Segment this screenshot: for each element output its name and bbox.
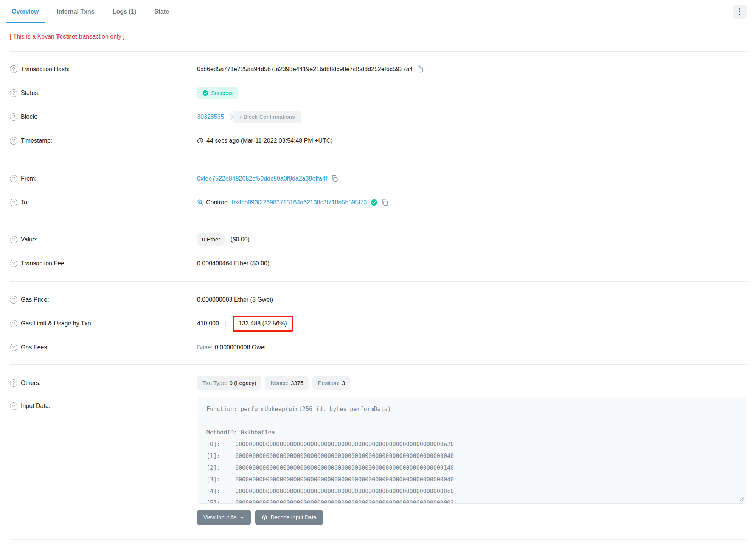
- input-data-textarea[interactable]: Function: performUpkeep(uint256 id, byte…: [197, 397, 747, 504]
- txn-type-value: 0 (Legacy): [230, 380, 256, 386]
- chevron-right-icon: [228, 113, 235, 121]
- help-icon[interactable]: [10, 89, 17, 97]
- help-icon[interactable]: [10, 175, 17, 182]
- tab-bar: Overview Internal Txns Logs (1) State: [3, 0, 756, 23]
- word-index: [2]:: [206, 462, 235, 474]
- help-icon[interactable]: [10, 344, 17, 351]
- block-label: Block:: [21, 114, 37, 120]
- input-methodid-line: MethodID: 0x7bbaf1ea: [206, 427, 737, 439]
- gas-price-label: Gas Price:: [21, 296, 49, 303]
- transaction-fee-value: 0.000400464 Ether ($0.00): [197, 260, 269, 267]
- word-value: 0000000000000000000000000000000000000000…: [235, 497, 454, 504]
- block-number-link[interactable]: 30328535: [197, 114, 224, 120]
- block-confirmations-badge: 7 Block Confirmations: [228, 111, 301, 123]
- chevron-down-icon: [240, 515, 244, 520]
- row-transaction-hash: Transaction Hash: 0x86ed5a771e725aa94d5b…: [10, 57, 747, 81]
- gas-usage-value-highlighted: 133,488 (32.56%): [233, 316, 293, 332]
- position-value: 3: [342, 380, 345, 386]
- input-function-line: Function: performUpkeep(uint256 id, byte…: [206, 403, 737, 415]
- tab-logs[interactable]: Logs (1): [107, 0, 142, 23]
- notice-bold: Testnet: [56, 33, 77, 40]
- transaction-hash-value: 0x86ed5a771e725aa94d5b7fa2398e4419e216d8…: [197, 66, 413, 73]
- tab-list: Overview Internal Txns Logs (1) State: [6, 0, 181, 23]
- copy-icon[interactable]: [416, 65, 424, 73]
- notice-suffix: transaction only ]: [77, 33, 124, 40]
- check-circle-icon: [202, 90, 208, 96]
- tab-state[interactable]: State: [148, 0, 175, 23]
- more-options-button[interactable]: [733, 5, 747, 19]
- to-label: To:: [21, 199, 29, 206]
- base-fee-value: 0.000000008 Gwei: [215, 344, 265, 351]
- copy-icon[interactable]: [331, 175, 338, 182]
- word-value: 0000000000000000000000000000000000000000…: [235, 474, 454, 486]
- word-value: 0000000000000000000000000000000000000000…: [235, 486, 454, 497]
- tab-overview[interactable]: Overview: [6, 0, 45, 23]
- txn-type-badge: Txn Type: 0 (Legacy): [197, 376, 261, 390]
- to-contract-word: Contract: [206, 199, 229, 206]
- verified-check-icon: [371, 199, 377, 206]
- gas-limit-value: 410,000: [197, 320, 219, 327]
- row-from: From: 0xfee7522e8482682cf50ddc50a0f8da2a…: [10, 167, 747, 190]
- transaction-fee-label: Transaction Fee:: [21, 260, 66, 267]
- status-badge: Success: [197, 87, 238, 99]
- nonce-value: 3375: [291, 380, 303, 386]
- copy-icon[interactable]: [381, 199, 388, 206]
- base-fee-label: Base:: [197, 344, 213, 351]
- help-icon[interactable]: [10, 379, 17, 387]
- status-label: Status:: [21, 90, 40, 97]
- help-icon[interactable]: [10, 320, 17, 327]
- word-index: [4]:: [206, 486, 235, 497]
- testnet-notice: [ This is a Kovan Testnet transaction on…: [10, 23, 747, 52]
- others-label: Others:: [21, 380, 40, 386]
- input-word: [2]: 00000000000000000000000000000000000…: [206, 462, 737, 474]
- timestamp-label: Timestamp:: [21, 137, 52, 144]
- word-index: [0]:: [206, 439, 235, 450]
- resize-handle-icon[interactable]: [740, 497, 745, 501]
- input-word: [3]: 00000000000000000000000000000000000…: [206, 474, 737, 486]
- input-data-actions: View Input As Decode Input Data: [197, 510, 747, 525]
- word-index: [1]:: [206, 450, 235, 462]
- row-block: Block: 30328535 7 Block Confirmations: [10, 105, 747, 129]
- row-others: Others: Txn Type: 0 (Legacy) Nonce: 3375: [10, 371, 747, 395]
- input-word: [4]: 00000000000000000000000000000000000…: [206, 486, 737, 497]
- row-gas-price: Gas Price: 0.000000003 Ether (3 Gwei): [10, 288, 747, 311]
- clock-icon: [197, 137, 203, 144]
- transaction-hash-label: Transaction Hash:: [21, 66, 70, 73]
- tab-internal-txns[interactable]: Internal Txns: [51, 0, 101, 23]
- usd-value: ($0.00): [230, 236, 250, 243]
- input-data-label: Input Data:: [21, 403, 50, 410]
- word-index: [5]:: [206, 497, 235, 504]
- help-icon[interactable]: [10, 65, 17, 73]
- decode-cube-icon: [262, 515, 267, 520]
- decode-input-data-button[interactable]: Decode Input Data: [255, 510, 323, 525]
- kebab-menu-icon: [739, 8, 740, 15]
- help-icon[interactable]: [10, 402, 17, 410]
- magnifier-plus-icon[interactable]: [197, 199, 203, 206]
- help-icon[interactable]: [10, 296, 17, 304]
- view-input-as-button[interactable]: View Input As: [197, 510, 251, 525]
- help-icon[interactable]: [10, 199, 17, 206]
- bottom-divider: [10, 539, 747, 540]
- row-input-data: Input Data: Function: performUpkeep(uint…: [10, 397, 747, 504]
- from-address-link[interactable]: 0xfee7522e8482682cf50ddc50a0f8da2a39effa…: [197, 175, 327, 182]
- word-value: 0000000000000000000000000000000000000000…: [235, 439, 454, 450]
- input-word: [0]: 00000000000000000000000000000000000…: [206, 439, 737, 450]
- decode-input-data-label: Decode Input Data: [271, 514, 317, 520]
- help-icon[interactable]: [10, 137, 17, 145]
- transaction-details-card: Overview Internal Txns Logs (1) State [ …: [3, 0, 756, 545]
- row-value: Value: 0 Ether ($0.00): [10, 227, 747, 251]
- row-to: To: Contract 0x4cb093f226983713164a62138…: [10, 190, 747, 214]
- value-label: Value:: [21, 236, 37, 243]
- help-icon[interactable]: [10, 113, 17, 121]
- input-word: [5]: 00000000000000000000000000000000000…: [206, 497, 737, 504]
- word-value: 0000000000000000000000000000000000000000…: [235, 450, 454, 462]
- txn-type-label: Txn Type:: [202, 380, 227, 386]
- nonce-badge: Nonce: 3375: [265, 376, 309, 390]
- to-address-link[interactable]: 0x4cb093f226983713164a62138c3f718a5b595f…: [231, 199, 367, 206]
- nonce-label: Nonce:: [270, 380, 289, 386]
- ether-value-pill: 0 Ether: [197, 233, 225, 246]
- row-timestamp: Timestamp: 44 secs ago (Mar-11-2022 03:5…: [10, 129, 747, 153]
- input-word: [1]: 00000000000000000000000000000000000…: [206, 450, 737, 462]
- help-icon[interactable]: [10, 236, 17, 243]
- help-icon[interactable]: [10, 260, 17, 267]
